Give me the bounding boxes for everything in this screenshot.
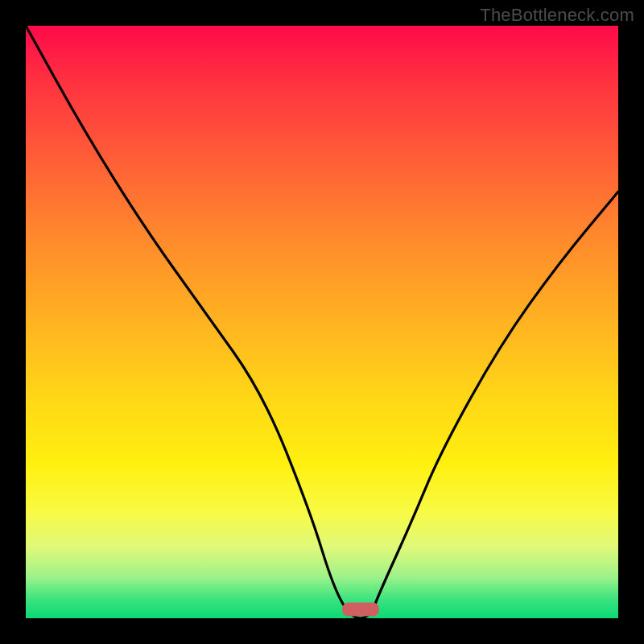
watermark-text: TheBottleneck.com: [480, 5, 634, 26]
optimal-marker: [342, 602, 379, 616]
chart-background: [26, 26, 618, 618]
chart-frame: TheBottleneck.com: [0, 0, 644, 644]
